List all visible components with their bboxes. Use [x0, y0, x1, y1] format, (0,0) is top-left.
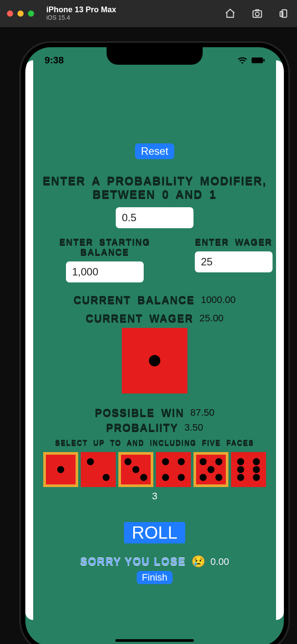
- battery-icon: [252, 57, 265, 63]
- simulator-toolbar: [224, 8, 290, 19]
- minimize-window-button[interactable]: [17, 10, 24, 17]
- possible-win-value: 87.50: [190, 407, 214, 418]
- roll-button[interactable]: ROLL: [124, 522, 186, 543]
- svg-point-1: [256, 12, 259, 16]
- possible-win-label: POSSIBLE WIN: [95, 407, 184, 419]
- wager-label: ENTER WAGER: [195, 237, 273, 247]
- probability-value: 3.50: [184, 422, 203, 433]
- starting-balance-label: ENTER STARTING BALANCE: [37, 237, 173, 257]
- die-face-5[interactable]: [193, 452, 228, 487]
- die-face-1[interactable]: [43, 452, 78, 487]
- finish-button[interactable]: Finish: [137, 571, 173, 584]
- starting-balance-input[interactable]: [66, 261, 144, 282]
- die-face-6[interactable]: [231, 452, 266, 487]
- window-title: iPhone 13 Pro Max iOS 15.4: [46, 6, 116, 21]
- current-balance-label: CURRENT BALANCE: [74, 294, 195, 306]
- current-wager-value: 25.00: [200, 313, 224, 324]
- right-gutter: [276, 60, 284, 620]
- svg-rect-4: [252, 57, 263, 63]
- result-amount: 0.00: [211, 556, 229, 567]
- probability-modifier-label: ENTER A PROBABILITY MODIFIER, BETWEEN 0 …: [37, 174, 273, 201]
- current-balance-value: 1000.00: [201, 294, 236, 306]
- current-wager-label: CURRENT WAGER: [86, 312, 193, 324]
- svg-rect-5: [263, 59, 265, 62]
- phone-frame: 9:38 Reset ENTER A PROBABILITY MODIFIER,…: [19, 41, 290, 644]
- die-face-4[interactable]: [156, 452, 191, 487]
- home-indicator[interactable]: [115, 639, 194, 642]
- wifi-icon: [238, 57, 247, 64]
- status-time: 9:38: [45, 55, 64, 66]
- dice-picker: [43, 452, 266, 487]
- result-text: SORRY YOU LOSE: [80, 556, 186, 568]
- die-face-2[interactable]: [81, 452, 116, 487]
- window-controls: [7, 10, 34, 17]
- die-pip: [149, 355, 160, 366]
- left-gutter: [25, 60, 33, 620]
- screenshot-icon[interactable]: [252, 8, 263, 19]
- rotate-icon[interactable]: [279, 8, 290, 19]
- zoom-window-button[interactable]: [28, 10, 34, 17]
- selected-count: 3: [152, 491, 157, 502]
- device-name: iPhone 13 Pro Max: [46, 6, 116, 14]
- select-faces-label: SELECT UP TO AND INCLUDING FIVE FACES: [55, 439, 254, 447]
- app-content: Reset ENTER A PROBABILITY MODIFIER, BETW…: [33, 73, 276, 637]
- close-window-button[interactable]: [7, 10, 13, 17]
- notch: [107, 47, 203, 65]
- phone-screen: 9:38 Reset ENTER A PROBABILITY MODIFIER,…: [25, 47, 284, 644]
- rolled-die: [122, 328, 187, 393]
- home-icon[interactable]: [224, 8, 236, 19]
- simulator-titlebar: iPhone 13 Pro Max iOS 15.4: [0, 0, 297, 27]
- probability-modifier-input[interactable]: [116, 207, 193, 228]
- die-face-3[interactable]: [118, 452, 153, 487]
- reset-button[interactable]: Reset: [135, 143, 175, 159]
- cry-emoji-icon: 😢: [191, 555, 205, 568]
- probability-label: PROBALIITY: [106, 421, 178, 434]
- os-version: iOS 15.4: [46, 14, 116, 21]
- wager-input[interactable]: [195, 251, 273, 272]
